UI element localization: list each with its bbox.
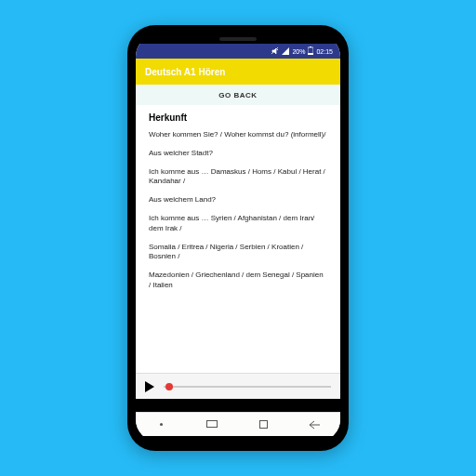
progress-thumb[interactable]: [165, 383, 173, 390]
go-back-label: GO BACK: [218, 91, 257, 99]
content-paragraph: Ich komme aus … Damaskus / Homs / Kabul …: [149, 167, 327, 188]
home-indicator: [136, 436, 340, 442]
status-icons: 20% 02:15: [271, 46, 333, 56]
phone-speaker: [219, 37, 257, 41]
nav-home-icon[interactable]: [258, 419, 270, 430]
audio-player: [136, 373, 340, 399]
content-paragraph: Mazedonien / Griechenland / dem Senegal …: [149, 271, 327, 291]
battery-text: 20%: [292, 48, 305, 55]
app-title: Deutsch A1 Hören: [145, 67, 225, 77]
nav-menu-icon[interactable]: [156, 419, 167, 430]
app-bar: Deutsch A1 Hören: [136, 59, 340, 85]
black-strip: [136, 399, 340, 412]
mute-icon: [271, 47, 279, 56]
clock-text: 02:15: [316, 48, 333, 55]
content-paragraph: Woher kommen Sie? / Woher kommst du? (in…: [149, 130, 327, 140]
progress-track[interactable]: [164, 386, 331, 388]
signal-icon: [282, 47, 289, 56]
system-nav-bar: [136, 412, 340, 436]
content-paragraph: Ich komme aus … Syrien / Afghanistan / d…: [149, 214, 327, 234]
play-icon[interactable]: [145, 381, 154, 392]
content-paragraph: Aus welchem Land?: [149, 195, 327, 205]
svg-rect-2: [310, 46, 311, 47]
content-paragraph: Aus welcher Stadt?: [149, 149, 327, 159]
phone-frame: 20% 02:15 Deutsch A1 Hören GO BACK Herku…: [127, 25, 349, 451]
status-bar: 20% 02:15: [136, 44, 340, 59]
phone-inner: 20% 02:15 Deutsch A1 Hören GO BACK Herku…: [136, 34, 340, 442]
content-heading: Herkunft: [149, 112, 327, 123]
svg-rect-3: [308, 53, 313, 55]
content-paragraph: Somalia / Eritrea / Nigeria / Serbien / …: [149, 243, 327, 263]
screen: 20% 02:15 Deutsch A1 Hören GO BACK Herku…: [136, 44, 340, 436]
nav-recent-icon[interactable]: [207, 419, 218, 430]
go-back-button[interactable]: GO BACK: [136, 85, 340, 105]
nav-back-icon[interactable]: [310, 419, 321, 430]
battery-icon: [308, 46, 313, 56]
content-area: Herkunft Woher kommen Sie? / Woher komms…: [136, 105, 340, 373]
